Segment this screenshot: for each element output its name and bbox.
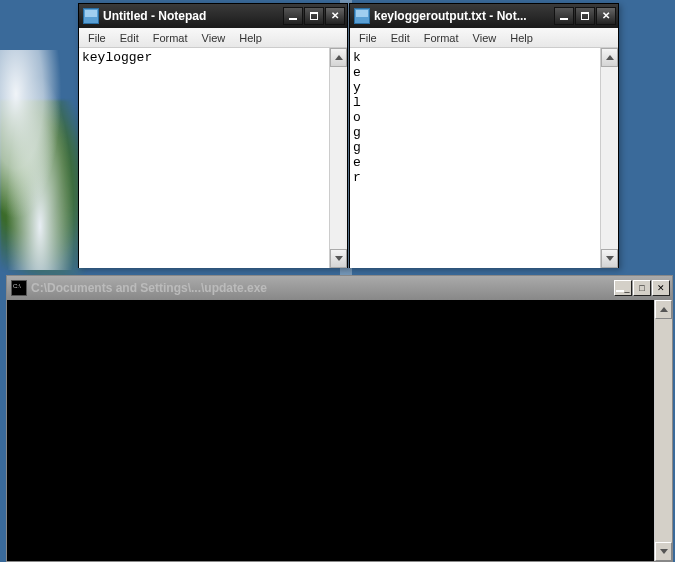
scroll-down-button[interactable] <box>330 249 347 268</box>
desktop-decoration <box>0 50 80 270</box>
titlebar[interactable]: keyloggeroutput.txt - Not... <box>350 4 618 28</box>
window-controls: _ □ ✕ <box>614 280 670 296</box>
close-button[interactable] <box>596 7 616 25</box>
console-output[interactable] <box>7 300 654 561</box>
vertical-scrollbar[interactable] <box>600 48 618 268</box>
window-controls <box>554 7 616 25</box>
menu-file[interactable]: File <box>352 30 384 46</box>
scroll-down-button[interactable] <box>601 249 618 268</box>
editor-area: k e y l o g g e r <box>350 48 618 268</box>
vertical-scrollbar[interactable] <box>654 300 672 561</box>
menu-format[interactable]: Format <box>417 30 466 46</box>
menu-file[interactable]: File <box>81 30 113 46</box>
console-body <box>7 300 672 561</box>
titlebar[interactable]: Untitled - Notepad <box>79 4 347 28</box>
minimize-button[interactable]: _ <box>614 280 632 296</box>
maximize-button[interactable] <box>304 7 324 25</box>
menu-edit[interactable]: Edit <box>113 30 146 46</box>
menu-format[interactable]: Format <box>146 30 195 46</box>
editor-area: keylogger <box>79 48 347 268</box>
scroll-down-button[interactable] <box>655 542 672 561</box>
scroll-up-button[interactable] <box>655 300 672 319</box>
cmd-icon <box>11 280 27 296</box>
scroll-track[interactable] <box>330 67 347 249</box>
notepad-icon <box>83 8 99 24</box>
window-title: C:\Documents and Settings\...\update.exe <box>31 281 614 295</box>
text-content[interactable]: keylogger <box>79 48 329 268</box>
menu-edit[interactable]: Edit <box>384 30 417 46</box>
menubar: File Edit Format View Help <box>350 28 618 48</box>
vertical-scrollbar[interactable] <box>329 48 347 268</box>
minimize-button[interactable] <box>283 7 303 25</box>
window-title: keyloggeroutput.txt - Not... <box>374 9 554 23</box>
window-title: Untitled - Notepad <box>103 9 283 23</box>
close-button[interactable] <box>325 7 345 25</box>
maximize-button[interactable] <box>575 7 595 25</box>
scroll-track[interactable] <box>655 319 672 542</box>
notepad-window-1[interactable]: Untitled - Notepad File Edit Format View… <box>78 3 348 268</box>
minimize-button[interactable] <box>554 7 574 25</box>
menubar: File Edit Format View Help <box>79 28 347 48</box>
command-prompt-window[interactable]: C:\Documents and Settings\...\update.exe… <box>6 275 673 562</box>
titlebar[interactable]: C:\Documents and Settings\...\update.exe… <box>7 276 672 300</box>
scroll-track[interactable] <box>601 67 618 249</box>
menu-view[interactable]: View <box>466 30 504 46</box>
menu-view[interactable]: View <box>195 30 233 46</box>
menu-help[interactable]: Help <box>503 30 540 46</box>
close-button[interactable]: ✕ <box>652 280 670 296</box>
notepad-window-2[interactable]: keyloggeroutput.txt - Not... File Edit F… <box>349 3 619 268</box>
scroll-up-button[interactable] <box>601 48 618 67</box>
text-content[interactable]: k e y l o g g e r <box>350 48 600 268</box>
menu-help[interactable]: Help <box>232 30 269 46</box>
maximize-button[interactable]: □ <box>633 280 651 296</box>
scroll-up-button[interactable] <box>330 48 347 67</box>
window-controls <box>283 7 345 25</box>
notepad-icon <box>354 8 370 24</box>
